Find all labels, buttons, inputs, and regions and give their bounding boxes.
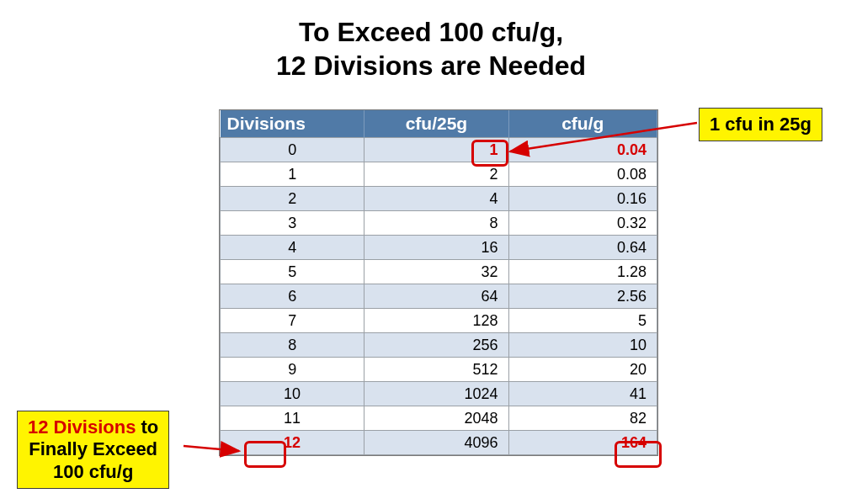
cell-cfug: 20	[508, 358, 657, 382]
table-row: 825610	[221, 333, 657, 358]
table-row: 4160.64	[221, 236, 657, 260]
callout-top-text: 1 cfu in 25g	[710, 114, 811, 135]
cell-divisions: 1	[221, 162, 364, 187]
callout-bl-l2: Finally Exceed	[29, 438, 157, 459]
header-cfug: cfu/g	[508, 110, 657, 138]
table-row: 124096164	[221, 431, 657, 455]
cell-cfu25g: 1	[364, 138, 508, 162]
cell-divisions: 12	[221, 431, 364, 455]
cell-cfu25g: 4096	[364, 431, 508, 455]
cell-cfu25g: 16	[364, 236, 508, 260]
cell-cfu25g: 256	[364, 333, 508, 358]
cell-divisions: 3	[221, 211, 364, 236]
cfu-table: Divisions cfu/25g cfu/g 010.04120.08240.…	[220, 110, 657, 455]
callout-bl-l1-red: 12 Divisions	[28, 416, 136, 438]
cell-divisions: 5	[221, 260, 364, 284]
cell-cfug: 10	[508, 333, 657, 358]
callout-bl-l3: 100 cfu/g	[53, 461, 133, 482]
cell-cfug: 5	[508, 309, 657, 333]
table-row: 11204882	[221, 406, 657, 431]
slide-title: To Exceed 100 cfu/g, 12 Divisions are Ne…	[0, 15, 862, 82]
cell-cfu25g: 8	[364, 211, 508, 236]
cell-cfu25g: 1024	[364, 382, 508, 406]
cell-cfug: 82	[508, 406, 657, 431]
table-row: 6642.56	[221, 284, 657, 309]
cell-cfug: 0.16	[508, 187, 657, 211]
cell-cfug: 41	[508, 382, 657, 406]
cell-cfu25g: 512	[364, 358, 508, 382]
table-header-row: Divisions cfu/25g cfu/g	[221, 110, 657, 138]
callout-12-divisions: 12 Divisions to Finally Exceed 100 cfu/g	[17, 411, 169, 489]
table-row: 120.08	[221, 162, 657, 187]
cell-divisions: 7	[221, 309, 364, 333]
cell-cfu25g: 128	[364, 309, 508, 333]
cell-divisions: 11	[221, 406, 364, 431]
table-row: 5321.28	[221, 260, 657, 284]
cell-cfug: 0.08	[508, 162, 657, 187]
cell-cfu25g: 64	[364, 284, 508, 309]
cell-divisions: 4	[221, 236, 364, 260]
table-row: 240.16	[221, 187, 657, 211]
header-divisions: Divisions	[221, 110, 364, 138]
title-line-2: 12 Divisions are Needed	[276, 50, 586, 81]
table-row: 380.32	[221, 211, 657, 236]
cell-divisions: 9	[221, 358, 364, 382]
cell-divisions: 6	[221, 284, 364, 309]
cell-cfug: 0.64	[508, 236, 657, 260]
table-body: 010.04120.08240.16380.324160.645321.2866…	[221, 138, 657, 455]
cell-cfug: 0.32	[508, 211, 657, 236]
cell-divisions: 2	[221, 187, 364, 211]
cell-cfug: 0.04	[508, 138, 657, 162]
cell-cfug: 164	[508, 431, 657, 455]
cell-cfu25g: 32	[364, 260, 508, 284]
callout-bl-l1-black: to	[136, 416, 158, 438]
cell-divisions: 8	[221, 333, 364, 358]
table-row: 951220	[221, 358, 657, 382]
cell-cfu25g: 2	[364, 162, 508, 187]
cell-divisions: 0	[221, 138, 364, 162]
callout-1cfu-25g: 1 cfu in 25g	[699, 108, 822, 141]
header-cfu25g: cfu/25g	[364, 110, 508, 138]
cell-cfug: 2.56	[508, 284, 657, 309]
cell-cfu25g: 4	[364, 187, 508, 211]
cell-divisions: 10	[221, 382, 364, 406]
table-row: 10102441	[221, 382, 657, 406]
cell-cfu25g: 2048	[364, 406, 508, 431]
table-row: 010.04	[221, 138, 657, 162]
table-row: 71285	[221, 309, 657, 333]
title-line-1: To Exceed 100 cfu/g,	[299, 17, 563, 47]
data-table-container: Divisions cfu/25g cfu/g 010.04120.08240.…	[219, 109, 658, 456]
cell-cfug: 1.28	[508, 260, 657, 284]
